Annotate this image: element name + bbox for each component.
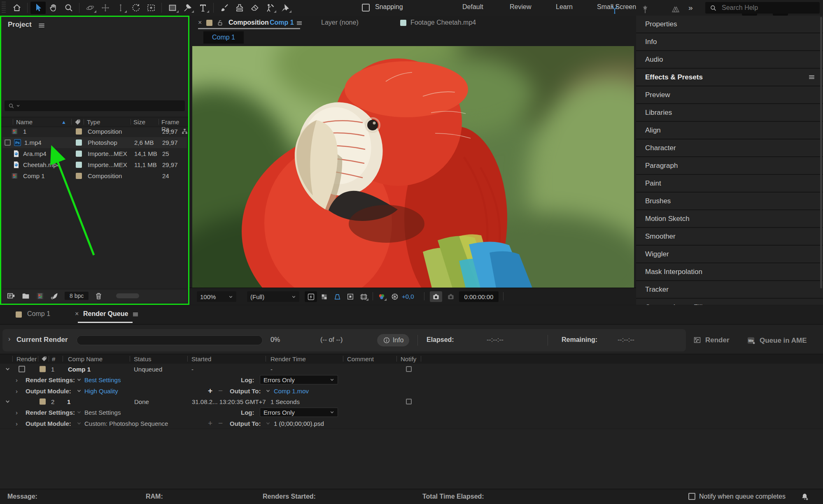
render-settings-value[interactable]: Best Settings: [84, 376, 121, 383]
exposure-value[interactable]: +0,0: [402, 293, 414, 300]
color-depth-icon[interactable]: [50, 292, 59, 300]
column-notify[interactable]: Notify: [401, 355, 416, 362]
panel-tab-align[interactable]: Align: [636, 122, 823, 139]
horizontal-scrollbar[interactable]: [116, 293, 139, 298]
new-composition-icon[interactable]: [36, 292, 44, 300]
chevron-right-icon[interactable]: ›: [16, 387, 18, 394]
label-swatch[interactable]: [76, 162, 82, 168]
render-button[interactable]: Render: [693, 336, 730, 344]
timecode-field[interactable]: 0:00:00:00: [459, 291, 499, 302]
item-name[interactable]: Comp 1: [23, 172, 45, 179]
project-item-row[interactable]: 1 Composition 29,97: [2, 126, 187, 137]
panel-tab-wiggler[interactable]: Wiggler: [636, 246, 823, 263]
chevron-down-icon[interactable]: [266, 421, 270, 426]
sort-ascending-icon[interactable]: ▲: [61, 119, 66, 125]
camera-tool-icon[interactable]: [143, 2, 159, 14]
rotation-tool-icon[interactable]: [128, 2, 143, 14]
panel-tab-effects-presets[interactable]: Effects & Presets: [636, 69, 823, 86]
label-column-icon[interactable]: [41, 355, 47, 362]
label-swatch[interactable]: [76, 173, 82, 179]
column-comment[interactable]: Comment: [347, 355, 374, 362]
vertical-scrollbar[interactable]: [820, 17, 822, 288]
column-size[interactable]: Size: [133, 118, 145, 125]
remove-output-icon[interactable]: −: [218, 419, 223, 428]
item-checkbox[interactable]: [5, 139, 11, 146]
chevron-right-icon[interactable]: ›: [16, 376, 18, 383]
chevron-down-icon[interactable]: [77, 388, 82, 393]
clone-stamp-tool-icon[interactable]: [232, 2, 247, 14]
interpret-footage-icon[interactable]: [7, 291, 16, 300]
brush-tool-icon[interactable]: [217, 2, 232, 14]
label-swatch[interactable]: [40, 399, 46, 405]
queue-in-ame-button[interactable]: Queue in AME: [746, 336, 807, 345]
panel-tab-properties[interactable]: Properties: [636, 16, 823, 33]
panel-tab-paragraph[interactable]: Paragraph: [636, 157, 823, 175]
show-snapshot-icon[interactable]: [445, 291, 457, 302]
panel-tab-character[interactable]: Character: [636, 139, 823, 157]
label-swatch[interactable]: [76, 151, 82, 157]
notify-checkbox[interactable]: [406, 366, 412, 372]
chevron-down-icon[interactable]: [266, 388, 270, 393]
zoom-tool-icon[interactable]: [61, 2, 76, 14]
bit-depth-label[interactable]: 8 bpc: [65, 292, 89, 300]
panel-tab-preview[interactable]: Preview: [636, 86, 823, 104]
panel-menu-icon[interactable]: [132, 311, 139, 318]
tab-render-queue[interactable]: Render Queue: [83, 310, 128, 318]
notify-checkbox[interactable]: [406, 399, 412, 404]
tab-composition-name[interactable]: Comp 1: [270, 19, 294, 26]
chevron-expanded-icon[interactable]: [5, 399, 10, 404]
puppet-overlap-icon[interactable]: [668, 3, 683, 16]
eraser-tool-icon[interactable]: [247, 2, 262, 14]
workspace-tab-small-screen[interactable]: Small Screen: [597, 3, 636, 11]
notify-queue-checkbox[interactable]: [688, 493, 695, 500]
add-output-icon[interactable]: +: [208, 419, 212, 428]
roto-brush-tool-icon[interactable]: [262, 2, 277, 14]
column-comp-name[interactable]: Comp Name: [68, 355, 103, 362]
panel-tab-mask-interpolation[interactable]: Mask Interpolation: [636, 263, 823, 281]
guides-icon[interactable]: [357, 291, 370, 302]
queue-item-row[interactable]: 1 Comp 1 Unqueued - -: [0, 364, 823, 375]
selection-tool-icon[interactable]: [30, 2, 46, 14]
channel-icon[interactable]: [375, 291, 388, 302]
panel-menu-icon[interactable]: [37, 21, 46, 30]
workspace-tab-learn[interactable]: Learn: [556, 3, 573, 11]
bell-icon[interactable]: [800, 492, 809, 501]
panel-menu-icon[interactable]: [296, 19, 303, 27]
chevron-right-icon[interactable]: ›: [16, 420, 18, 427]
tab-footage[interactable]: Footage Cheetah.mp4: [410, 19, 476, 26]
chevron-right-icon[interactable]: ›: [16, 409, 18, 416]
fast-previews-icon[interactable]: [305, 291, 317, 302]
transparency-grid-icon[interactable]: [318, 291, 330, 302]
item-name[interactable]: 1.mp4: [24, 139, 42, 146]
magnification-dropdown[interactable]: 100%: [197, 291, 236, 302]
project-item-row[interactable]: Comp 1 Composition 24: [2, 170, 187, 181]
chevron-down-icon[interactable]: [77, 377, 82, 382]
composition-preview[interactable]: [192, 46, 634, 288]
chevron-down-icon[interactable]: [77, 410, 82, 415]
close-icon[interactable]: ×: [75, 310, 79, 318]
panel-menu-icon[interactable]: [808, 73, 816, 81]
chevron-expanded-icon[interactable]: [5, 367, 10, 372]
workspace-tab-default[interactable]: Default: [462, 3, 483, 11]
column-render[interactable]: Render: [16, 355, 37, 362]
output-to-value[interactable]: Comp 1.mov: [274, 387, 309, 394]
lock-open-icon[interactable]: [217, 19, 224, 26]
output-module-value[interactable]: High Quality: [84, 387, 118, 394]
chevron-down-icon[interactable]: [77, 421, 82, 426]
tab-comp-1[interactable]: Comp 1: [27, 310, 50, 318]
project-search-field[interactable]: [5, 100, 185, 111]
snapping-checkbox[interactable]: [362, 4, 370, 12]
tab-composition[interactable]: Composition: [228, 19, 269, 26]
column-started[interactable]: Started: [191, 355, 211, 362]
label-swatch[interactable]: [76, 128, 82, 135]
snapshot-icon[interactable]: [430, 291, 442, 302]
pan-camera-tool-icon[interactable]: [98, 2, 113, 14]
render-settings-value[interactable]: Best Settings: [84, 409, 121, 416]
comp-subtab[interactable]: Comp 1: [203, 31, 244, 44]
add-output-icon[interactable]: +: [208, 386, 212, 395]
label-swatch[interactable]: [76, 139, 82, 146]
queue-item-row[interactable]: 2 1 Done 31.08.2... 13:20:35 GMT+7 1 Sec…: [0, 396, 823, 407]
panel-tab-motion-sketch[interactable]: Motion Sketch: [636, 210, 823, 228]
project-item-row[interactable]: 1.mp4 Photoshop 2,6 MB 29,97: [2, 137, 187, 148]
tab-layer[interactable]: Layer (none): [321, 19, 359, 26]
